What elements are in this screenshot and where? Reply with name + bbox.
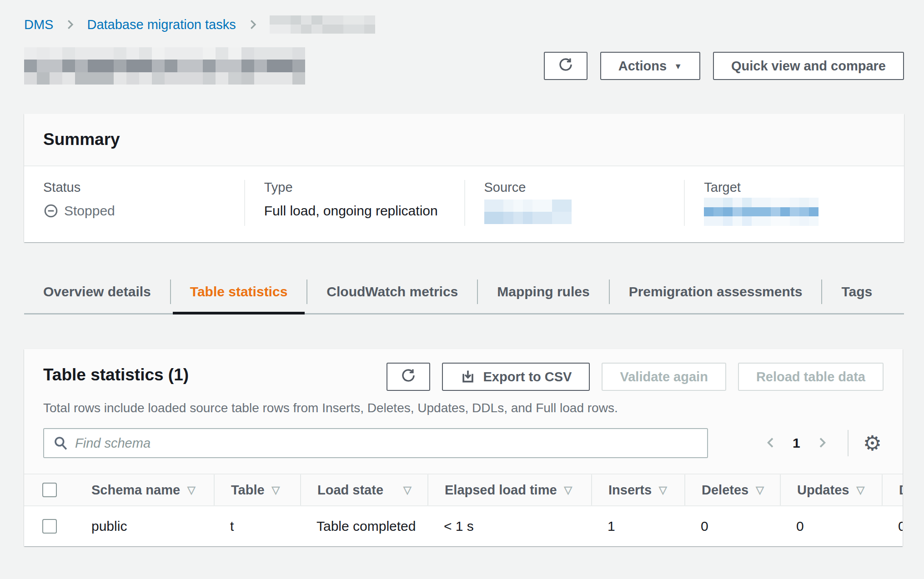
select-all-cell: [24, 474, 75, 505]
cell-updates: 0: [780, 519, 882, 534]
page-actions: Actions ▼ Quick view and compare: [544, 52, 904, 80]
filter-triangle-icon: ▽: [756, 484, 764, 496]
table-row: public t Table completed < 1 s 1 0 0 0: [24, 506, 903, 546]
schema-search: [43, 428, 708, 458]
target-label: Target: [704, 180, 885, 195]
filter-triangle-icon: ▽: [272, 484, 280, 496]
filter-triangle-icon: ▽: [403, 484, 412, 496]
col-header-table[interactable]: Table▽: [214, 474, 300, 505]
dms-task-page: DMS Database migration tasks Actions ▼: [0, 0, 924, 546]
select-all-checkbox[interactable]: [42, 483, 57, 497]
summary-body: Status Stopped Type Full load, ongoing r…: [24, 166, 904, 242]
summary-field-type: Type Full load, ongoing replication: [244, 180, 464, 226]
tab-overview-details[interactable]: Overview details: [24, 280, 170, 304]
search-input[interactable]: [43, 428, 708, 458]
chevron-left-icon: [763, 435, 778, 451]
col-header-inserts[interactable]: Inserts▽: [591, 474, 684, 505]
table-statistics-header: Table statistics (1): [24, 349, 903, 415]
tab-cloudwatch-metrics[interactable]: CloudWatch metrics: [306, 280, 477, 304]
col-header-updates[interactable]: Updates▽: [780, 474, 882, 505]
source-label: Source: [484, 180, 665, 195]
page-number: 1: [784, 435, 808, 451]
col-header-ddls[interactable]: DDLs▽: [882, 474, 903, 505]
refresh-icon: [401, 368, 416, 386]
pagination-next-button[interactable]: [812, 433, 832, 454]
tab-bar: Overview details Table statistics CloudW…: [24, 280, 904, 314]
caret-down-icon: ▼: [674, 62, 682, 71]
breadcrumb-link-tasks[interactable]: Database migration tasks: [87, 17, 236, 32]
cell-deletes: 0: [684, 519, 780, 534]
status-value: Stopped: [64, 203, 115, 219]
validate-again-button[interactable]: Validate again: [602, 363, 726, 391]
type-label: Type: [264, 180, 445, 195]
cell-inserts: 1: [591, 519, 684, 534]
status-label: Status: [43, 180, 225, 195]
stopped-icon: [43, 203, 59, 219]
pagination: 1 ⚙: [761, 430, 884, 456]
row-checkbox[interactable]: [42, 519, 57, 534]
col-header-load-state[interactable]: Load state▽: [300, 474, 427, 505]
cell-elapsed-load-time: < 1 s: [427, 519, 591, 534]
summary-title: Summary: [43, 130, 885, 149]
filter-triangle-icon: ▽: [659, 484, 667, 496]
gear-icon: ⚙: [863, 431, 882, 455]
download-icon: [460, 369, 476, 384]
tab-mapping-rules[interactable]: Mapping rules: [477, 280, 608, 304]
pagination-divider: [848, 430, 849, 456]
chevron-right-icon: [246, 18, 260, 31]
target-value-redacted: [704, 198, 819, 226]
quick-view-compare-button[interactable]: Quick view and compare: [713, 52, 904, 80]
tab-table-statistics[interactable]: Table statistics: [170, 280, 307, 304]
actions-button[interactable]: Actions ▼: [600, 52, 700, 80]
tab-tags[interactable]: Tags: [821, 280, 891, 304]
table-refresh-button[interactable]: [387, 363, 430, 391]
breadcrumb-current-redacted: [270, 15, 375, 34]
row-select-cell: [24, 506, 75, 546]
type-value: Full load, ongoing replication: [264, 203, 445, 219]
table-header-row: Schema name▽ Table▽ Load state▽ Elapsed …: [24, 474, 903, 506]
page-header: Actions ▼ Quick view and compare: [24, 47, 904, 85]
source-value-redacted: [484, 200, 572, 224]
summary-field-status: Status Stopped: [24, 180, 244, 226]
table-statistics-panel: Table statistics (1): [24, 349, 903, 546]
summary-field-target: Target: [684, 180, 904, 226]
filter-triangle-icon: ▽: [856, 484, 864, 496]
col-header-schema-name[interactable]: Schema name▽: [75, 474, 214, 505]
pagination-prev-button[interactable]: [761, 433, 781, 454]
breadcrumb: DMS Database migration tasks: [24, 15, 904, 34]
filter-triangle-icon: ▽: [564, 484, 572, 496]
page-title-redacted: [24, 47, 305, 85]
col-header-deletes[interactable]: Deletes▽: [684, 474, 780, 505]
filter-triangle-icon: ▽: [187, 484, 196, 496]
cell-schema-name: public: [75, 519, 214, 534]
summary-header: Summary: [24, 114, 904, 166]
table-statistics-buttons: Export to CSV Validate again Reload tabl…: [387, 363, 884, 391]
col-header-elapsed-load-time[interactable]: Elapsed load time▽: [427, 474, 591, 505]
summary-panel: Summary Status Stopped Type Full load, o…: [24, 114, 904, 242]
summary-field-source: Source: [464, 180, 684, 226]
cell-table: t: [214, 519, 300, 534]
tab-premigration-assessments[interactable]: Premigration assessments: [609, 280, 822, 304]
chevron-right-icon: [63, 18, 77, 31]
breadcrumb-link-dms[interactable]: DMS: [24, 17, 53, 32]
table-filter-row: 1 ⚙: [24, 415, 903, 474]
refresh-icon: [558, 57, 573, 75]
table-clip: Schema name▽ Table▽ Load state▽ Elapsed …: [24, 474, 903, 546]
chevron-right-icon: [815, 435, 829, 451]
cell-ddls: 0: [882, 519, 903, 534]
export-csv-button[interactable]: Export to CSV: [442, 363, 590, 391]
table-statistics-description: Total rows include loaded source table r…: [43, 401, 884, 415]
refresh-button[interactable]: [544, 52, 588, 80]
table-statistics-title: Table statistics (1): [43, 363, 189, 384]
settings-button[interactable]: ⚙: [861, 433, 884, 454]
search-icon: [52, 434, 70, 454]
reload-table-data-button[interactable]: Reload table data: [738, 363, 884, 391]
cell-load-state: Table completed: [300, 519, 427, 534]
